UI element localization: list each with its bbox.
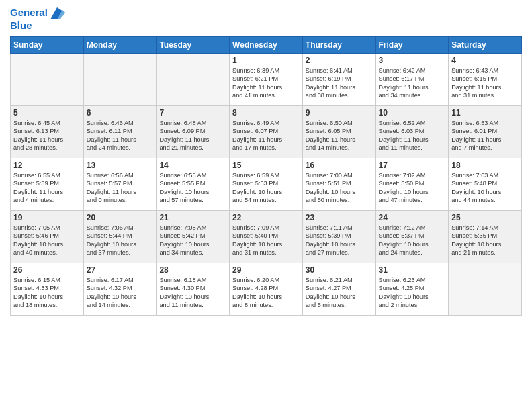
calendar-cell: 7Sunrise: 6:48 AM Sunset: 6:09 PM Daylig…: [157, 106, 230, 158]
calendar-cell: 18Sunrise: 7:03 AM Sunset: 5:48 PM Dayli…: [449, 158, 522, 211]
day-info: Sunrise: 6:52 AM Sunset: 6:03 PM Dayligh…: [379, 119, 446, 152]
calendar-cell: 15Sunrise: 6:59 AM Sunset: 5:53 PM Dayli…: [230, 158, 303, 211]
calendar-header-friday: Friday: [375, 37, 449, 54]
day-info: Sunrise: 7:05 AM Sunset: 5:46 PM Dayligh…: [13, 224, 81, 257]
calendar-cell: 6Sunrise: 6:46 AM Sunset: 6:11 PM Daylig…: [83, 106, 157, 158]
day-info: Sunrise: 6:17 AM Sunset: 4:32 PM Dayligh…: [87, 276, 154, 310]
day-info: Sunrise: 6:42 AM Sunset: 6:17 PM Dayligh…: [379, 66, 446, 100]
day-number: 12: [13, 161, 81, 170]
day-info: Sunrise: 6:18 AM Sunset: 4:30 PM Dayligh…: [159, 276, 226, 310]
calendar-cell: 8Sunrise: 6:49 AM Sunset: 6:07 PM Daylig…: [230, 106, 303, 158]
day-number: 5: [13, 108, 81, 118]
calendar-cell: 5Sunrise: 6:45 AM Sunset: 6:13 PM Daylig…: [11, 106, 84, 158]
calendar-cell: 19Sunrise: 7:05 AM Sunset: 5:46 PM Dayli…: [11, 211, 84, 263]
calendar-header-row: SundayMondayTuesdayWednesdayThursdayFrid…: [11, 37, 522, 54]
day-number: 8: [232, 108, 300, 118]
calendar-cell: 27Sunrise: 6:17 AM Sunset: 4:32 PM Dayli…: [83, 263, 157, 316]
day-info: Sunrise: 6:50 AM Sunset: 6:05 PM Dayligh…: [306, 119, 373, 152]
day-info: Sunrise: 6:43 AM Sunset: 6:15 PM Dayligh…: [451, 66, 519, 100]
day-info: Sunrise: 6:53 AM Sunset: 6:01 PM Dayligh…: [451, 119, 519, 152]
header: General Blue: [10, 7, 522, 31]
logo-icon: [50, 7, 65, 19]
calendar-cell: 9Sunrise: 6:50 AM Sunset: 6:05 PM Daylig…: [302, 106, 375, 158]
calendar-cell: 21Sunrise: 7:08 AM Sunset: 5:42 PM Dayli…: [157, 211, 230, 263]
day-number: 15: [232, 161, 300, 170]
day-info: Sunrise: 6:58 AM Sunset: 5:55 PM Dayligh…: [159, 171, 226, 205]
calendar-week-0: 1Sunrise: 6:39 AM Sunset: 6:21 PM Daylig…: [11, 54, 522, 106]
day-info: Sunrise: 6:15 AM Sunset: 4:33 PM Dayligh…: [13, 276, 81, 310]
day-number: 17: [379, 161, 446, 170]
day-number: 30: [306, 265, 373, 275]
day-number: 28: [159, 265, 226, 275]
day-number: 19: [13, 213, 81, 222]
day-info: Sunrise: 7:00 AM Sunset: 5:51 PM Dayligh…: [306, 171, 373, 205]
day-info: Sunrise: 6:59 AM Sunset: 5:53 PM Dayligh…: [232, 171, 300, 205]
day-number: 22: [232, 213, 300, 222]
day-info: Sunrise: 6:20 AM Sunset: 4:28 PM Dayligh…: [232, 276, 300, 310]
calendar-cell: 17Sunrise: 7:02 AM Sunset: 5:50 PM Dayli…: [375, 158, 449, 211]
day-info: Sunrise: 7:02 AM Sunset: 5:50 PM Dayligh…: [379, 171, 446, 205]
day-number: 31: [379, 265, 446, 275]
day-number: 10: [379, 108, 446, 118]
day-number: 7: [159, 108, 226, 118]
calendar-cell: [83, 54, 157, 106]
day-info: Sunrise: 6:39 AM Sunset: 6:21 PM Dayligh…: [232, 66, 300, 100]
calendar-cell: 2Sunrise: 6:41 AM Sunset: 6:19 PM Daylig…: [302, 54, 375, 106]
day-info: Sunrise: 7:08 AM Sunset: 5:42 PM Dayligh…: [159, 224, 226, 257]
logo: General Blue: [10, 7, 65, 31]
day-info: Sunrise: 6:45 AM Sunset: 6:13 PM Dayligh…: [13, 119, 81, 152]
day-number: 1: [232, 56, 300, 65]
day-number: 24: [379, 213, 446, 222]
calendar-cell: 14Sunrise: 6:58 AM Sunset: 5:55 PM Dayli…: [157, 158, 230, 211]
day-number: 16: [306, 161, 373, 170]
calendar-cell: 26Sunrise: 6:15 AM Sunset: 4:33 PM Dayli…: [11, 263, 84, 316]
calendar-week-1: 5Sunrise: 6:45 AM Sunset: 6:13 PM Daylig…: [11, 106, 522, 158]
day-number: 2: [306, 56, 373, 65]
calendar-header-tuesday: Tuesday: [157, 37, 230, 54]
calendar-cell: 29Sunrise: 6:20 AM Sunset: 4:28 PM Dayli…: [230, 263, 303, 316]
calendar-cell: 12Sunrise: 6:55 AM Sunset: 5:59 PM Dayli…: [11, 158, 84, 211]
day-number: 21: [159, 213, 226, 222]
calendar-cell: 1Sunrise: 6:39 AM Sunset: 6:21 PM Daylig…: [230, 54, 303, 106]
day-info: Sunrise: 6:48 AM Sunset: 6:09 PM Dayligh…: [159, 119, 226, 152]
day-number: 9: [306, 108, 373, 118]
calendar-week-3: 19Sunrise: 7:05 AM Sunset: 5:46 PM Dayli…: [11, 211, 522, 263]
day-info: Sunrise: 7:11 AM Sunset: 5:39 PM Dayligh…: [306, 224, 373, 257]
calendar-cell: 23Sunrise: 7:11 AM Sunset: 5:39 PM Dayli…: [302, 211, 375, 263]
calendar-cell: [11, 54, 84, 106]
day-info: Sunrise: 7:14 AM Sunset: 5:35 PM Dayligh…: [451, 224, 519, 257]
day-number: 3: [379, 56, 446, 65]
calendar-header-sunday: Sunday: [11, 37, 84, 54]
calendar-cell: 3Sunrise: 6:42 AM Sunset: 6:17 PM Daylig…: [375, 54, 449, 106]
calendar-cell: 20Sunrise: 7:06 AM Sunset: 5:44 PM Dayli…: [83, 211, 157, 263]
calendar-week-2: 12Sunrise: 6:55 AM Sunset: 5:59 PM Dayli…: [11, 158, 522, 211]
calendar-header-monday: Monday: [83, 37, 157, 54]
day-info: Sunrise: 6:23 AM Sunset: 4:25 PM Dayligh…: [379, 276, 446, 310]
logo-general: General: [10, 7, 48, 18]
day-number: 25: [451, 213, 519, 222]
day-number: 4: [451, 56, 519, 65]
day-info: Sunrise: 7:09 AM Sunset: 5:40 PM Dayligh…: [232, 224, 300, 257]
calendar-table: SundayMondayTuesdayWednesdayThursdayFrid…: [10, 36, 522, 316]
logo-blue: Blue: [10, 19, 65, 31]
day-info: Sunrise: 6:55 AM Sunset: 5:59 PM Dayligh…: [13, 171, 81, 205]
day-number: 6: [87, 108, 154, 118]
calendar-cell: 25Sunrise: 7:14 AM Sunset: 5:35 PM Dayli…: [449, 211, 522, 263]
day-info: Sunrise: 6:49 AM Sunset: 6:07 PM Dayligh…: [232, 119, 300, 152]
day-info: Sunrise: 7:06 AM Sunset: 5:44 PM Dayligh…: [87, 224, 154, 257]
page: General Blue SundayMondayTuesdayWednesda…: [0, 0, 532, 411]
day-number: 13: [87, 161, 154, 170]
calendar-cell: 11Sunrise: 6:53 AM Sunset: 6:01 PM Dayli…: [449, 106, 522, 158]
day-number: 26: [13, 265, 81, 275]
day-info: Sunrise: 6:56 AM Sunset: 5:57 PM Dayligh…: [87, 171, 154, 205]
calendar-cell: [449, 263, 522, 316]
calendar-header-saturday: Saturday: [449, 37, 522, 54]
calendar-cell: 28Sunrise: 6:18 AM Sunset: 4:30 PM Dayli…: [157, 263, 230, 316]
day-number: 23: [306, 213, 373, 222]
day-info: Sunrise: 6:21 AM Sunset: 4:27 PM Dayligh…: [306, 276, 373, 310]
day-info: Sunrise: 6:41 AM Sunset: 6:19 PM Dayligh…: [306, 66, 373, 100]
day-number: 29: [232, 265, 300, 275]
day-number: 20: [87, 213, 154, 222]
calendar-cell: 22Sunrise: 7:09 AM Sunset: 5:40 PM Dayli…: [230, 211, 303, 263]
calendar-header-wednesday: Wednesday: [230, 37, 303, 54]
